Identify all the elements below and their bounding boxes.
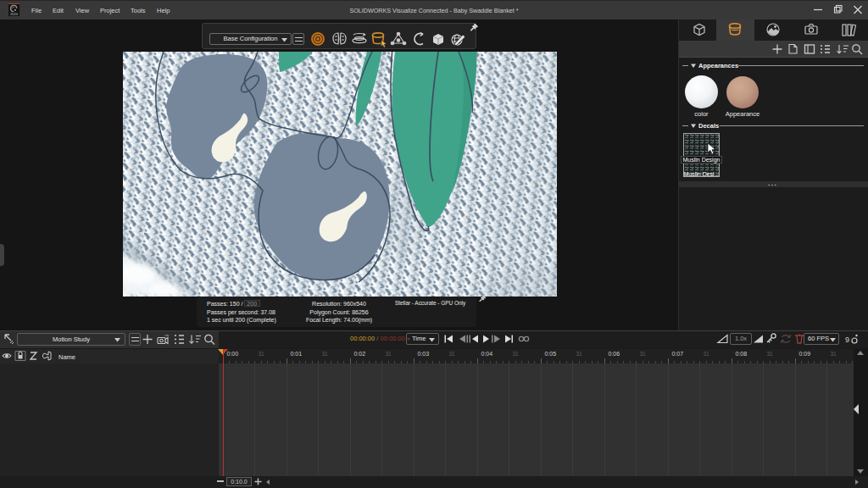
svg-text:Appearances: Appearances [698,62,738,69]
svg-text:Name: Name [58,353,75,361]
svg-text:9: 9 [845,336,849,344]
svg-text:Decals: Decals [698,122,719,130]
